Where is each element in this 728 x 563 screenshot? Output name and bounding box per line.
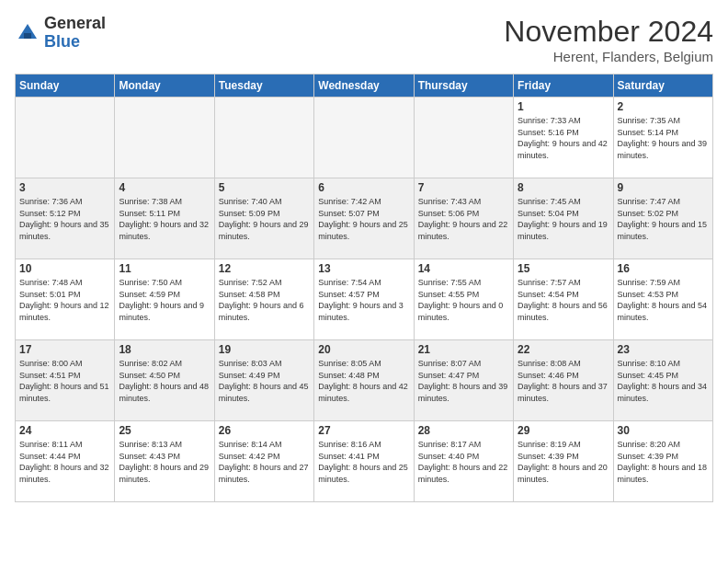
day-info: Sunrise: 7:36 AM Sunset: 5:12 PM Dayligh… <box>19 196 110 242</box>
col-wednesday: Wednesday <box>314 75 414 98</box>
day-cell: 21Sunrise: 8:07 AM Sunset: 4:47 PM Dayli… <box>414 340 513 421</box>
day-info: Sunrise: 7:52 AM Sunset: 4:58 PM Dayligh… <box>219 277 310 323</box>
day-number: 13 <box>318 262 409 275</box>
day-number: 4 <box>119 181 210 194</box>
day-cell: 6Sunrise: 7:42 AM Sunset: 5:07 PM Daylig… <box>314 178 414 259</box>
day-number: 3 <box>19 181 110 194</box>
day-cell: 26Sunrise: 8:14 AM Sunset: 4:42 PM Dayli… <box>214 421 313 502</box>
day-number: 20 <box>318 343 409 356</box>
day-cell: 1Sunrise: 7:33 AM Sunset: 5:16 PM Daylig… <box>514 98 613 178</box>
day-info: Sunrise: 8:10 AM Sunset: 4:45 PM Dayligh… <box>618 358 709 404</box>
day-number: 8 <box>518 181 609 194</box>
day-cell: 2Sunrise: 7:35 AM Sunset: 5:14 PM Daylig… <box>613 98 712 178</box>
day-number: 19 <box>219 343 310 356</box>
day-number: 5 <box>219 181 310 194</box>
day-cell: 14Sunrise: 7:55 AM Sunset: 4:55 PM Dayli… <box>414 259 513 340</box>
header: General Blue November 2024 Herent, Fland… <box>15 15 713 64</box>
day-cell: 13Sunrise: 7:54 AM Sunset: 4:57 PM Dayli… <box>314 259 414 340</box>
day-info: Sunrise: 7:57 AM Sunset: 4:54 PM Dayligh… <box>518 277 609 323</box>
day-info: Sunrise: 7:48 AM Sunset: 5:01 PM Dayligh… <box>19 277 110 323</box>
title-block: November 2024 Herent, Flanders, Belgium <box>504 15 713 64</box>
day-cell: 23Sunrise: 8:10 AM Sunset: 4:45 PM Dayli… <box>613 340 712 421</box>
month-title: November 2024 <box>504 15 713 49</box>
day-cell: 3Sunrise: 7:36 AM Sunset: 5:12 PM Daylig… <box>16 178 115 259</box>
day-info: Sunrise: 7:50 AM Sunset: 4:59 PM Dayligh… <box>119 277 210 323</box>
day-cell: 19Sunrise: 8:03 AM Sunset: 4:49 PM Dayli… <box>214 340 313 421</box>
day-cell: 24Sunrise: 8:11 AM Sunset: 4:44 PM Dayli… <box>16 421 115 502</box>
day-cell: 28Sunrise: 8:17 AM Sunset: 4:40 PM Dayli… <box>414 421 513 502</box>
svg-rect-1 <box>24 33 31 39</box>
day-number: 15 <box>518 262 609 275</box>
day-cell <box>414 98 513 178</box>
day-info: Sunrise: 8:13 AM Sunset: 4:43 PM Dayligh… <box>119 439 210 485</box>
day-number: 1 <box>518 100 609 113</box>
day-cell: 11Sunrise: 7:50 AM Sunset: 4:59 PM Dayli… <box>115 259 214 340</box>
day-cell: 16Sunrise: 7:59 AM Sunset: 4:53 PM Dayli… <box>613 259 712 340</box>
week-row-2: 3Sunrise: 7:36 AM Sunset: 5:12 PM Daylig… <box>16 178 713 259</box>
day-number: 25 <box>119 424 210 437</box>
logo-blue-text: Blue <box>44 33 106 52</box>
day-info: Sunrise: 7:42 AM Sunset: 5:07 PM Dayligh… <box>318 196 409 242</box>
location: Herent, Flanders, Belgium <box>504 49 713 64</box>
day-cell: 15Sunrise: 7:57 AM Sunset: 4:54 PM Dayli… <box>514 259 613 340</box>
col-sunday: Sunday <box>16 75 115 98</box>
day-cell <box>314 98 414 178</box>
day-info: Sunrise: 7:43 AM Sunset: 5:06 PM Dayligh… <box>418 196 509 242</box>
day-cell <box>115 98 214 178</box>
day-cell: 4Sunrise: 7:38 AM Sunset: 5:11 PM Daylig… <box>115 178 214 259</box>
day-number: 16 <box>618 262 709 275</box>
day-cell: 10Sunrise: 7:48 AM Sunset: 5:01 PM Dayli… <box>16 259 115 340</box>
day-cell: 9Sunrise: 7:47 AM Sunset: 5:02 PM Daylig… <box>613 178 712 259</box>
day-info: Sunrise: 7:55 AM Sunset: 4:55 PM Dayligh… <box>418 277 509 323</box>
day-number: 12 <box>219 262 310 275</box>
day-cell: 25Sunrise: 8:13 AM Sunset: 4:43 PM Dayli… <box>115 421 214 502</box>
page: General Blue November 2024 Herent, Fland… <box>0 0 728 563</box>
day-number: 17 <box>19 343 110 356</box>
day-number: 27 <box>318 424 409 437</box>
col-tuesday: Tuesday <box>214 75 313 98</box>
day-number: 26 <box>219 424 310 437</box>
day-info: Sunrise: 8:07 AM Sunset: 4:47 PM Dayligh… <box>418 358 509 404</box>
day-info: Sunrise: 7:54 AM Sunset: 4:57 PM Dayligh… <box>318 277 409 323</box>
header-row: Sunday Monday Tuesday Wednesday Thursday… <box>16 75 713 98</box>
day-info: Sunrise: 8:11 AM Sunset: 4:44 PM Dayligh… <box>19 439 110 485</box>
day-info: Sunrise: 8:05 AM Sunset: 4:48 PM Dayligh… <box>318 358 409 404</box>
day-number: 7 <box>418 181 509 194</box>
day-number: 30 <box>618 424 709 437</box>
day-number: 10 <box>19 262 110 275</box>
day-number: 22 <box>518 343 609 356</box>
day-info: Sunrise: 7:38 AM Sunset: 5:11 PM Dayligh… <box>119 196 210 242</box>
day-number: 18 <box>119 343 210 356</box>
day-info: Sunrise: 7:33 AM Sunset: 5:16 PM Dayligh… <box>518 115 609 161</box>
day-cell <box>214 98 313 178</box>
day-number: 2 <box>618 100 709 113</box>
day-info: Sunrise: 8:19 AM Sunset: 4:39 PM Dayligh… <box>518 439 609 485</box>
day-cell: 17Sunrise: 8:00 AM Sunset: 4:51 PM Dayli… <box>16 340 115 421</box>
day-cell: 20Sunrise: 8:05 AM Sunset: 4:48 PM Dayli… <box>314 340 414 421</box>
day-cell: 22Sunrise: 8:08 AM Sunset: 4:46 PM Dayli… <box>514 340 613 421</box>
day-info: Sunrise: 8:20 AM Sunset: 4:39 PM Dayligh… <box>618 439 709 485</box>
day-number: 11 <box>119 262 210 275</box>
day-number: 28 <box>418 424 509 437</box>
week-row-3: 10Sunrise: 7:48 AM Sunset: 5:01 PM Dayli… <box>16 259 713 340</box>
col-monday: Monday <box>115 75 214 98</box>
day-cell <box>16 98 115 178</box>
day-number: 24 <box>19 424 110 437</box>
calendar-table: Sunday Monday Tuesday Wednesday Thursday… <box>15 74 713 502</box>
day-info: Sunrise: 8:14 AM Sunset: 4:42 PM Dayligh… <box>219 439 310 485</box>
col-friday: Friday <box>514 75 613 98</box>
day-info: Sunrise: 8:16 AM Sunset: 4:41 PM Dayligh… <box>318 439 409 485</box>
day-info: Sunrise: 7:40 AM Sunset: 5:09 PM Dayligh… <box>219 196 310 242</box>
day-info: Sunrise: 7:47 AM Sunset: 5:02 PM Dayligh… <box>618 196 709 242</box>
day-number: 9 <box>618 181 709 194</box>
day-cell: 7Sunrise: 7:43 AM Sunset: 5:06 PM Daylig… <box>414 178 513 259</box>
day-info: Sunrise: 8:02 AM Sunset: 4:50 PM Dayligh… <box>119 358 210 404</box>
week-row-4: 17Sunrise: 8:00 AM Sunset: 4:51 PM Dayli… <box>16 340 713 421</box>
day-number: 14 <box>418 262 509 275</box>
day-number: 6 <box>318 181 409 194</box>
day-cell: 8Sunrise: 7:45 AM Sunset: 5:04 PM Daylig… <box>514 178 613 259</box>
col-saturday: Saturday <box>613 75 712 98</box>
logo-icon <box>15 20 40 46</box>
day-cell: 18Sunrise: 8:02 AM Sunset: 4:50 PM Dayli… <box>115 340 214 421</box>
day-info: Sunrise: 7:45 AM Sunset: 5:04 PM Dayligh… <box>518 196 609 242</box>
